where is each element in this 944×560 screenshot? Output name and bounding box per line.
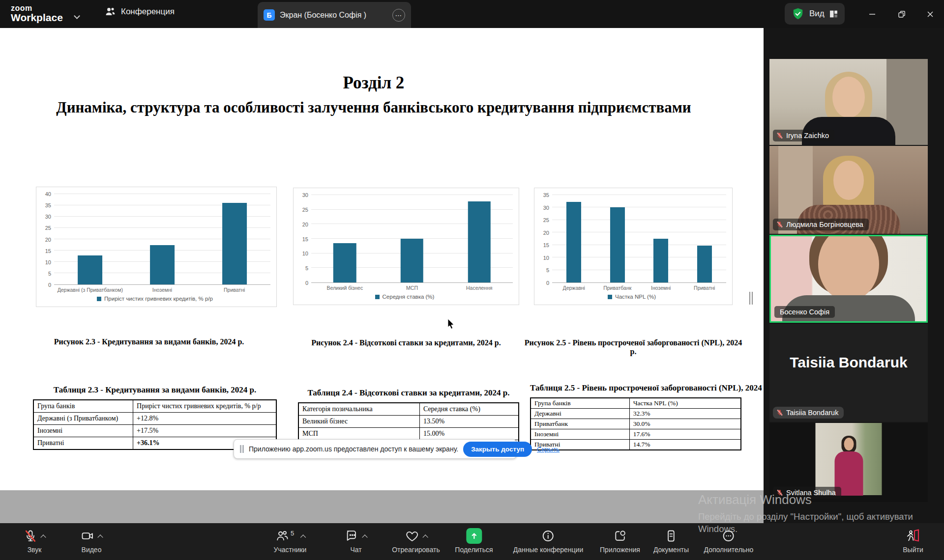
- screen-share-avatar: Б: [264, 9, 275, 21]
- y-axis-tick: 10: [302, 251, 308, 256]
- y-axis-tick: 10: [543, 255, 549, 261]
- x-axis-label: Населення: [445, 285, 513, 291]
- figure-caption-2-4: Рисунок 2.4 - Відсоткові ставки за креди…: [283, 338, 529, 347]
- apps-button[interactable]: Приложения: [600, 527, 640, 554]
- table-cell: 30.0%: [629, 419, 741, 429]
- drag-handle-icon[interactable]: [240, 445, 244, 453]
- leave-label: Выйти: [903, 546, 923, 554]
- hide-notification-link[interactable]: Скрыть: [537, 446, 560, 453]
- meeting-toolbar: Звук Видео 5 Участники: [0, 523, 944, 560]
- bar-chart-lending-by-bank-type: 0510152025303540 Державні (з Приватбанко…: [36, 187, 277, 307]
- x-axis-label: МСП: [379, 285, 446, 291]
- video-label: Видео: [82, 546, 102, 554]
- participant-name: Людмила Богріновцева: [786, 221, 863, 228]
- table-cell: Приватбанк: [531, 419, 629, 429]
- participant-tile-liudmyla-bohrinovtseva[interactable]: Людмила Богріновцева: [769, 146, 928, 234]
- column-header: Група банків: [531, 398, 629, 409]
- document-icon: [664, 529, 678, 543]
- mouse-cursor: [447, 318, 456, 330]
- bar: [566, 202, 581, 282]
- participants-options-chevron[interactable]: [300, 534, 305, 540]
- bar-chart-interest-rates: 051015202530 Великий бізнесМСПНаселення …: [293, 188, 519, 305]
- column-header: Приріст чистих гривневих кредитів, % р/р: [133, 400, 276, 413]
- camera-icon: [81, 529, 94, 543]
- participant-name-tag: Людмила Богріновцева: [773, 219, 869, 230]
- notification-text: Приложению app.zoom.us предоставлен дост…: [249, 445, 458, 453]
- bar: [333, 243, 356, 282]
- table-cell: Приватні: [33, 437, 133, 450]
- figure-caption-2-5: Рисунок 2.5 - Рівень простроченої заборг…: [524, 338, 742, 356]
- participant-tile-taisiia-bondaruk[interactable]: Taisiia Bondaruk Taisiia Bondaruk: [769, 324, 928, 422]
- participant-tile-iryna-zaichko[interactable]: Iryna Zaichko: [769, 59, 928, 145]
- participant-name-tag: Svitlana Shulha: [773, 487, 841, 499]
- table-cell: Іноземні: [531, 429, 629, 440]
- chat-options-chevron[interactable]: [362, 534, 367, 540]
- more-label: Дополнительно: [704, 546, 754, 554]
- table-row: Іноземні+17.5%: [33, 425, 276, 437]
- bar: [78, 255, 102, 284]
- slide-title-line2: Динаміка, структура та особливості залуч…: [39, 97, 708, 119]
- participants-button[interactable]: 5 Участники: [274, 527, 307, 554]
- y-axis-tick: 40: [45, 191, 51, 197]
- people-icon: [104, 6, 116, 18]
- docs-button[interactable]: Документы: [653, 527, 689, 554]
- tab-options-icon[interactable]: ⋯: [392, 9, 405, 22]
- video-button[interactable]: Видео: [81, 527, 102, 554]
- apps-label: Приложения: [600, 546, 640, 554]
- muted-mic-icon: [776, 409, 783, 416]
- stop-sharing-button[interactable]: Закрыть доступ: [463, 442, 532, 457]
- minimize-button[interactable]: [858, 0, 886, 28]
- share-screen-button[interactable]: Поделиться: [455, 527, 493, 554]
- view-control[interactable]: Вид: [785, 3, 845, 25]
- table-cell: Іноземні: [33, 425, 133, 437]
- audio-options-chevron[interactable]: [40, 534, 46, 540]
- react-button[interactable]: Отреагировать: [392, 527, 440, 554]
- title-bar: zoom Workplace Конференция Б Экран (Босе…: [0, 0, 944, 28]
- table-cell: 15.00%: [419, 428, 519, 440]
- participant-name-tag: Taisiia Bondaruk: [773, 407, 844, 419]
- y-axis-tick: 15: [302, 236, 308, 242]
- chat-button[interactable]: Чат: [345, 527, 367, 554]
- table-header-row: Категорія позичальникаСередня ставка (%): [298, 403, 519, 416]
- y-axis-tick: 0: [546, 280, 549, 286]
- bar: [697, 246, 712, 282]
- table-header-row: Група банківЧастка NPL (%): [531, 398, 741, 409]
- table-header-row: Група банківПриріст чистих гривневих кре…: [33, 400, 276, 413]
- y-axis-tick: 5: [48, 271, 51, 277]
- muted-mic-icon: [24, 529, 37, 543]
- tab-screen-label: Экран (Босенко Софія ): [280, 11, 387, 20]
- column-header: Середня ставка (%): [419, 403, 519, 416]
- panel-resize-handle[interactable]: [749, 292, 754, 305]
- table-npl-level: Таблиця 2.5 - Рівень простроченої заборг…: [530, 383, 741, 450]
- participant-name: Iryna Zaichko: [786, 132, 829, 140]
- meeting-info-button[interactable]: Данные конференции: [513, 527, 584, 554]
- participant-tile-bosenko-sofiia-active-speaker[interactable]: Босенко Софія: [769, 235, 928, 323]
- y-axis-tick: 15: [45, 248, 51, 254]
- react-options-chevron[interactable]: [422, 534, 428, 540]
- legend-label: Приріст чистих гривневих кредитів, % р/р: [104, 296, 213, 302]
- zoom-workplace-logo[interactable]: zoom Workplace: [11, 4, 63, 24]
- tab-meeting[interactable]: Конференция: [104, 6, 175, 18]
- y-axis-tick: 20: [45, 237, 51, 243]
- close-button[interactable]: [916, 0, 944, 28]
- y-axis-tick: 30: [302, 192, 308, 198]
- security-shield-icon: [792, 7, 804, 20]
- participant-tile-svitlana-shulha[interactable]: Svitlana Shulha: [769, 423, 928, 502]
- minimize-icon: [868, 10, 876, 18]
- more-ellipsis-icon: [722, 529, 736, 543]
- chat-label: Чат: [350, 546, 361, 554]
- restore-button[interactable]: [888, 0, 915, 28]
- logo-workplace-text: Workplace: [11, 12, 63, 24]
- table-cell: +17.5%: [133, 425, 276, 437]
- heart-icon: [405, 529, 419, 543]
- video-options-chevron[interactable]: [97, 534, 103, 540]
- muted-mic-icon: [776, 489, 783, 496]
- more-button[interactable]: Дополнительно: [704, 527, 754, 554]
- leave-button[interactable]: Выйти: [903, 527, 923, 554]
- chevron-down-icon[interactable]: [74, 13, 80, 19]
- apps-icon: [613, 529, 627, 543]
- slide-title-line1: Розділ 2: [39, 73, 708, 93]
- audio-button[interactable]: Звук: [24, 527, 45, 554]
- table-row: Приватбанк30.0%: [531, 419, 741, 429]
- tab-screen-share[interactable]: Б Экран (Босенко Софія ) ⋯: [258, 2, 411, 28]
